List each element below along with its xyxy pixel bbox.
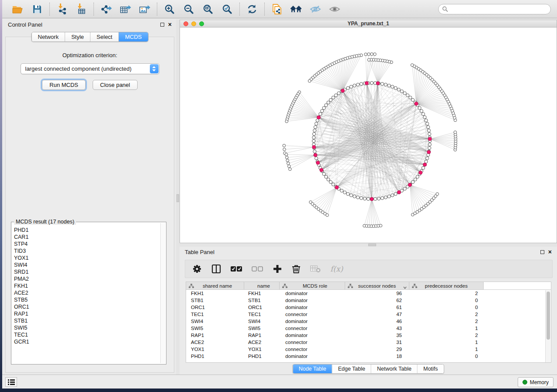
mcds-result-item[interactable]: PMA2 bbox=[14, 275, 160, 282]
tab-style[interactable]: Style bbox=[65, 32, 90, 41]
run-mcds-button[interactable]: Run MCDS bbox=[42, 80, 86, 90]
close-table-panel-icon[interactable]: × bbox=[548, 250, 552, 254]
tab-motifs[interactable]: Motifs bbox=[418, 364, 443, 373]
network-canvas[interactable] bbox=[180, 28, 557, 243]
table-row[interactable]: ACE2ACE2connector311 bbox=[186, 339, 551, 346]
vertical-splitter[interactable] bbox=[176, 20, 180, 375]
table-cell: STB1 bbox=[186, 298, 244, 303]
table-row[interactable]: STB1STB1dominator620 bbox=[186, 297, 551, 304]
first-neighbors-icon[interactable] bbox=[290, 3, 303, 16]
mcds-result-item[interactable]: SRD1 bbox=[14, 268, 160, 275]
tab-node-table[interactable]: Node Table bbox=[293, 364, 332, 373]
open-folder-icon[interactable] bbox=[11, 3, 24, 16]
table-row[interactable]: PHD1PHD1dominator180 bbox=[186, 353, 551, 360]
optimization-criterion-select[interactable]: largest connected component (undirected) bbox=[21, 63, 159, 74]
mcds-result-item[interactable]: RAP1 bbox=[14, 310, 160, 317]
optimization-criterion-label: Optimization criterion: bbox=[6, 52, 174, 58]
mcds-result-item[interactable]: STB5 bbox=[14, 296, 160, 303]
mcds-result-item[interactable]: ORC1 bbox=[14, 303, 160, 310]
close-window-icon[interactable] bbox=[183, 21, 188, 26]
table-row[interactable]: FKH1FKH1dominator962 bbox=[186, 290, 551, 297]
export-table-icon[interactable] bbox=[119, 3, 132, 16]
close-panel-icon[interactable]: × bbox=[168, 23, 172, 27]
mcds-result-item[interactable]: CAR1 bbox=[14, 234, 160, 241]
network-window-titlebar[interactable]: YPA_prune.txt_1 bbox=[180, 20, 557, 28]
org-chart-icon bbox=[412, 284, 417, 289]
tab-network[interactable]: Network bbox=[31, 32, 65, 41]
table-cell: 43 bbox=[345, 326, 409, 331]
table-row[interactable]: YOX1YOX1connector291 bbox=[186, 346, 551, 353]
tab-network-table[interactable]: Network Table bbox=[371, 364, 418, 373]
table-scrollbar-thumb[interactable] bbox=[547, 292, 550, 340]
export-image-icon[interactable] bbox=[138, 3, 151, 16]
deselect-all-icon[interactable] bbox=[252, 266, 263, 272]
zoom-selected-icon[interactable] bbox=[221, 3, 234, 16]
mcds-result-item[interactable]: STP4 bbox=[14, 241, 160, 248]
table-cell: RAP1 bbox=[244, 333, 280, 338]
clone-network-icon[interactable] bbox=[270, 3, 284, 16]
float-panel-icon[interactable] bbox=[160, 23, 164, 27]
mcds-result-title: MCDS result (17 nodes) bbox=[14, 219, 76, 225]
mcds-result-item[interactable]: TID3 bbox=[14, 248, 160, 254]
mcds-result-item[interactable]: STB1 bbox=[14, 317, 160, 324]
settings-gear-icon[interactable] bbox=[192, 264, 202, 274]
mcds-result-item[interactable]: FKH1 bbox=[14, 282, 160, 289]
mcds-result-list[interactable]: PHD1CAR1STP4TID3YOX1SWI4SRD1PMA2FKH1ACE2… bbox=[14, 227, 160, 362]
table-cell: 29 bbox=[345, 347, 409, 352]
mcds-result-item[interactable]: SWI4 bbox=[14, 261, 160, 268]
add-row-icon[interactable] bbox=[273, 264, 282, 274]
tab-edge-table[interactable]: Edge Table bbox=[332, 364, 371, 373]
column-header-shared-name[interactable]: shared name bbox=[186, 282, 244, 289]
table-scrollbar[interactable] bbox=[545, 290, 550, 363]
table-row[interactable]: SWI4SWI4dominator462 bbox=[186, 318, 551, 325]
search-input[interactable] bbox=[438, 4, 551, 14]
maximize-window-icon[interactable] bbox=[199, 21, 204, 26]
control-panel-title: Control Panel bbox=[8, 21, 42, 28]
table-cell: RAP1 bbox=[186, 333, 244, 338]
table-row[interactable]: TEC1TEC1connector472 bbox=[186, 311, 551, 318]
show-all-icon[interactable] bbox=[328, 3, 341, 16]
column-header-successor-nodes[interactable]: successor nodes bbox=[345, 282, 409, 289]
tab-mcds[interactable]: MCDS bbox=[119, 32, 148, 41]
mcds-result-item[interactable]: GCR1 bbox=[14, 338, 160, 345]
column-header-mcds-role[interactable]: MCDS role bbox=[280, 282, 345, 289]
table-row[interactable]: SWI5SWI5connector431 bbox=[186, 325, 551, 332]
float-table-panel-icon[interactable] bbox=[540, 250, 544, 254]
table-cell: ORC1 bbox=[244, 305, 280, 310]
close-panel-button[interactable]: Close panel bbox=[93, 80, 138, 90]
horizontal-splitter[interactable] bbox=[180, 243, 557, 247]
table-row[interactable]: ORC1ORC1dominator610 bbox=[186, 304, 551, 311]
function-builder-icon[interactable]: f(x) bbox=[330, 265, 343, 273]
table-row[interactable]: RAP1RAP1dominator352 bbox=[186, 332, 551, 339]
zoom-in-icon[interactable] bbox=[163, 3, 176, 16]
refresh-icon[interactable] bbox=[246, 3, 259, 16]
hide-selected-icon[interactable] bbox=[309, 3, 322, 16]
mcds-result-scrollbar[interactable] bbox=[160, 223, 165, 363]
tab-select[interactable]: Select bbox=[90, 32, 119, 41]
delete-table-icon[interactable] bbox=[310, 265, 321, 273]
select-all-icon[interactable] bbox=[231, 266, 242, 272]
import-network-icon[interactable] bbox=[55, 3, 69, 16]
import-table-icon[interactable] bbox=[75, 3, 88, 16]
mcds-result-item[interactable]: YOX1 bbox=[14, 254, 160, 261]
delete-row-icon[interactable] bbox=[292, 264, 301, 274]
table-cell: 47 bbox=[345, 312, 409, 317]
table-cell: FKH1 bbox=[186, 291, 244, 296]
memory-button[interactable]: Memory bbox=[518, 377, 554, 387]
mcds-result-item[interactable]: PHD1 bbox=[14, 227, 160, 234]
zoom-out-icon[interactable] bbox=[182, 3, 195, 16]
table-cell: 2 bbox=[409, 312, 484, 317]
zoom-fit-icon[interactable] bbox=[201, 3, 214, 16]
save-icon[interactable] bbox=[31, 3, 44, 16]
mcds-result-item[interactable]: SWI5 bbox=[14, 324, 160, 331]
mcds-result-item[interactable]: TEC1 bbox=[14, 331, 160, 338]
table-cell: ACE2 bbox=[186, 340, 244, 345]
column-header-predecessor-nodes[interactable]: predecessor nodes bbox=[409, 282, 484, 289]
table-cell: dominator bbox=[280, 354, 345, 359]
mcds-result-item[interactable]: ACE2 bbox=[14, 289, 160, 296]
columns-icon[interactable] bbox=[211, 264, 221, 274]
column-header-name[interactable]: name bbox=[244, 282, 280, 289]
task-history-button[interactable] bbox=[5, 377, 17, 387]
export-network-icon[interactable] bbox=[100, 3, 113, 16]
minimize-window-icon[interactable] bbox=[191, 21, 196, 26]
